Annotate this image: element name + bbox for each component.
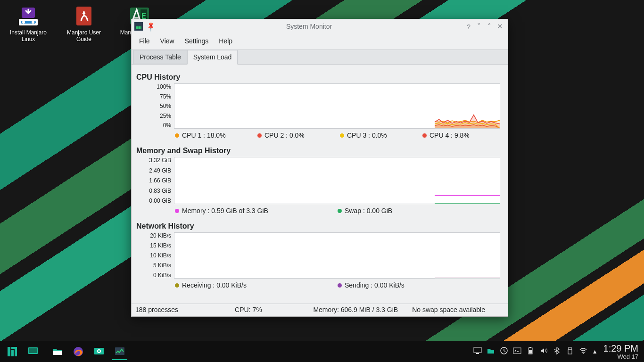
legend-label: Sending : 0.00 KiB/s (345, 281, 405, 289)
legend-color-dot (175, 283, 179, 288)
status-memory: Memory: 606.9 MiB / 3.3 GiB (313, 306, 398, 313)
taskbar-clock[interactable]: 1:29 PM Wed 17 (601, 344, 642, 360)
svg-rect-30 (568, 350, 572, 354)
system-monitor-window: 📌 System Monitor ? ˅ ˄ ✕ File View Setti… (131, 19, 508, 317)
legend-color-dot (175, 133, 179, 138)
mem-legend: Memory : 0.59 GiB of 3.3 GiBSwap : 0.00 … (136, 204, 500, 219)
window-title: System Monitor (155, 23, 463, 30)
cpu-section-title: CPU History (136, 73, 500, 82)
tab-system-load[interactable]: System Load (187, 50, 238, 65)
mem-y-axis: 3.32 GiB 2.49 GiB 1.66 GiB 0.83 GiB 0.00… (136, 157, 174, 204)
net-chart (174, 232, 500, 279)
desktop-icon-label: Manjaro User Guide (60, 29, 107, 42)
taskbar-filemanager[interactable] (48, 342, 67, 361)
legend-color-dot (340, 133, 344, 138)
legend-color-dot (257, 133, 262, 138)
legend-color-dot (175, 209, 179, 213)
titlebar[interactable]: 📌 System Monitor ? ˅ ˄ ✕ (132, 19, 508, 33)
mem-section-title: Memory and Swap History (136, 147, 500, 155)
minimize-icon[interactable]: ˅ (474, 22, 484, 31)
legend-item: Receiving : 0.00 KiB/s (175, 281, 338, 289)
status-swap: No swap space available (412, 306, 485, 313)
tray-folder-icon[interactable] (487, 346, 495, 357)
legend-item: CPU 1 : 18.0% (175, 132, 257, 139)
legend-item: CPU 3 : 0.0% (340, 132, 422, 139)
taskbar-system-monitor[interactable] (110, 342, 129, 361)
svg-rect-16 (53, 351, 62, 355)
help-icon[interactable]: ? (463, 23, 474, 31)
legend-color-dot (338, 283, 342, 288)
legend-item: Memory : 0.59 GiB of 3.3 GiB (175, 207, 338, 214)
svg-rect-25 (513, 348, 521, 354)
svg-rect-28 (529, 350, 532, 354)
legend-item: CPU 4 : 9.8% (422, 132, 470, 139)
menu-settings[interactable]: Settings (181, 36, 213, 46)
svg-rect-10 (8, 347, 10, 356)
tray-battery-icon[interactable] (526, 346, 535, 357)
tab-process-table[interactable]: Process Table (133, 50, 187, 64)
status-cpu: CPU: 7% (235, 306, 262, 313)
legend-label: CPU 3 : 0.0% (347, 132, 387, 139)
menu-file[interactable]: File (135, 36, 154, 46)
box-download-icon (17, 5, 40, 27)
tray-terminal-icon[interactable] (513, 346, 521, 357)
mem-chart (174, 157, 500, 204)
tray-update-icon[interactable] (500, 346, 508, 357)
taskbar: ▲ 1:29 PM Wed 17 (0, 341, 644, 362)
system-tray: ▲ (471, 346, 601, 357)
svg-point-3 (32, 21, 34, 24)
svg-rect-23 (476, 353, 479, 354)
legend-label: Memory : 0.59 GiB of 3.3 GiB (182, 207, 268, 214)
legend-item: Sending : 0.00 KiB/s (338, 281, 405, 289)
legend-item: CPU 2 : 0.0% (257, 132, 340, 139)
cpu-y-axis: 100% 75% 50% 25% 0% (136, 83, 174, 129)
taskbar-desktop-button[interactable] (24, 342, 42, 361)
svg-rect-13 (11, 347, 17, 349)
close-icon[interactable]: ✕ (495, 22, 505, 31)
desktop-icon-guide[interactable]: Manjaro User Guide (60, 5, 107, 42)
legend-label: CPU 4 : 9.8% (429, 132, 470, 139)
desktop-icon-label: Install Manjaro Linux (5, 29, 52, 42)
taskbar-firefox[interactable] (69, 342, 88, 361)
net-legend: Receiving : 0.00 KiB/sSending : 0.00 KiB… (136, 279, 500, 294)
legend-label: CPU 2 : 0.0% (264, 132, 305, 139)
app-icon (134, 22, 143, 31)
tabs: Process Table System Load (132, 49, 508, 65)
svg-point-2 (22, 21, 25, 24)
clock-time: 1:29 PM (603, 344, 638, 354)
legend-color-dot (422, 133, 427, 138)
svg-rect-15 (29, 348, 37, 353)
pdf-icon (73, 5, 95, 27)
start-menu-button[interactable] (3, 342, 22, 361)
status-processes: 188 processes (135, 306, 178, 313)
legend-color-dot (338, 209, 342, 213)
tray-wifi-icon[interactable] (579, 346, 587, 357)
legend-label: CPU 1 : 18.0% (182, 132, 226, 139)
svg-rect-22 (474, 347, 481, 353)
legend-label: Swap : 0.00 GiB (345, 207, 392, 214)
legend-label: Receiving : 0.00 KiB/s (182, 281, 247, 289)
maximize-icon[interactable]: ˄ (484, 22, 495, 31)
tray-volume-icon[interactable] (539, 346, 548, 357)
svg-rect-29 (569, 347, 571, 350)
menu-help[interactable]: Help (215, 36, 236, 46)
taskbar-screenshot[interactable] (90, 342, 108, 361)
svg-rect-11 (11, 350, 14, 356)
net-section-title: Network History (136, 222, 500, 230)
menu-view[interactable]: View (157, 36, 178, 46)
net-y-axis: 20 KiB/s 15 KiB/s 10 KiB/s 5 KiB/s 0 KiB… (136, 232, 174, 279)
tray-usb-icon[interactable] (566, 346, 574, 357)
cpu-legend: CPU 1 : 18.0%CPU 2 : 0.0%CPU 3 : 0.0%CPU… (136, 129, 500, 144)
tray-display-icon[interactable] (473, 346, 482, 357)
svg-rect-27 (529, 347, 531, 348)
svg-point-31 (583, 353, 584, 354)
menubar: File View Settings Help (132, 33, 508, 49)
tray-bluetooth-icon[interactable] (553, 346, 561, 357)
svg-point-20 (98, 350, 100, 352)
desktop-icon-install[interactable]: Install Manjaro Linux (5, 5, 52, 42)
status-bar: 188 processes CPU: 7% Memory: 606.9 MiB … (132, 304, 508, 316)
legend-item: Swap : 0.00 GiB (338, 207, 392, 214)
cpu-chart (174, 83, 500, 129)
tray-expand-icon[interactable]: ▲ (592, 348, 598, 355)
clock-date: Wed 17 (603, 354, 638, 360)
